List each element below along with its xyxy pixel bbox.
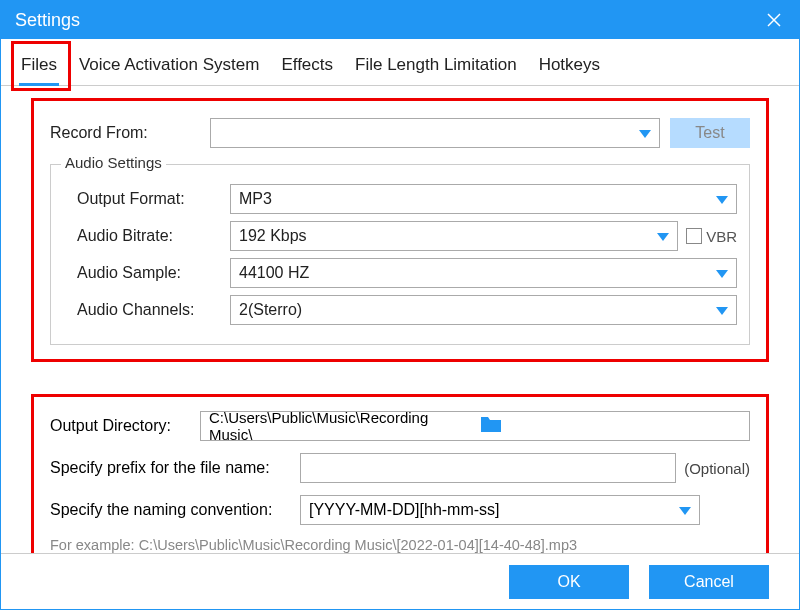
- chevron-down-icon: [716, 190, 728, 208]
- audio-channels-select[interactable]: 2(Sterro): [230, 295, 737, 325]
- browse-folder-button[interactable]: [479, 414, 745, 438]
- vbr-label: VBR: [706, 228, 737, 245]
- chevron-down-icon: [716, 264, 728, 282]
- naming-label: Specify the naming convention:: [50, 501, 300, 519]
- audio-settings-fieldset: Audio Settings Output Format: MP3 Audio …: [50, 164, 750, 345]
- output-directory-field[interactable]: C:\Users\Public\Music\Recording Music\: [200, 411, 750, 441]
- output-directory-label: Output Directory:: [50, 417, 200, 435]
- tab-voice-activation[interactable]: Voice Activation System: [77, 49, 261, 85]
- svg-marker-3: [716, 196, 728, 204]
- titlebar: Settings: [1, 1, 799, 39]
- ok-button[interactable]: OK: [509, 565, 629, 599]
- output-section-highlight: Output Directory: C:\Users\Public\Music\…: [31, 394, 769, 553]
- output-format-select[interactable]: MP3: [230, 184, 737, 214]
- prefix-optional-label: (Optional): [684, 460, 750, 477]
- audio-bitrate-select[interactable]: 192 Kbps: [230, 221, 678, 251]
- output-format-label: Output Format:: [65, 190, 230, 208]
- tab-files[interactable]: Files: [19, 49, 59, 85]
- tab-bar: Files Voice Activation System Effects Fi…: [1, 39, 799, 86]
- svg-marker-7: [679, 507, 691, 515]
- naming-convention-select[interactable]: [YYYY-MM-DD][hh-mm-ss]: [300, 495, 700, 525]
- svg-marker-2: [639, 130, 651, 138]
- output-directory-value: C:\Users\Public\Music\Recording Music\: [209, 409, 475, 443]
- close-icon: [766, 12, 782, 28]
- svg-marker-6: [716, 307, 728, 315]
- naming-convention-value: [YYYY-MM-DD][hh-mm-ss]: [309, 501, 500, 519]
- record-from-select[interactable]: [210, 118, 660, 148]
- svg-marker-5: [716, 270, 728, 278]
- audio-channels-value: 2(Sterro): [239, 301, 302, 319]
- naming-example-text: For example: C:\Users\Public\Music\Recor…: [50, 537, 750, 553]
- chevron-down-icon: [639, 124, 651, 142]
- audio-section-highlight: Record From: Test Audio Settings Output …: [31, 98, 769, 362]
- tab-effects[interactable]: Effects: [279, 49, 335, 85]
- prefix-label: Specify prefix for the file name:: [50, 459, 300, 477]
- prefix-input[interactable]: [300, 453, 676, 483]
- audio-sample-label: Audio Sample:: [65, 264, 230, 282]
- audio-bitrate-value: 192 Kbps: [239, 227, 307, 245]
- output-format-value: MP3: [239, 190, 272, 208]
- vbr-option: VBR: [686, 228, 737, 245]
- tab-hotkeys[interactable]: Hotkeys: [537, 49, 602, 85]
- dialog-footer: OK Cancel: [1, 553, 799, 609]
- svg-marker-4: [657, 233, 669, 241]
- cancel-button[interactable]: Cancel: [649, 565, 769, 599]
- test-button[interactable]: Test: [670, 118, 750, 148]
- record-from-label: Record From:: [50, 124, 210, 142]
- tab-file-length[interactable]: File Length Limitation: [353, 49, 519, 85]
- audio-channels-label: Audio Channels:: [65, 301, 230, 319]
- audio-sample-select[interactable]: 44100 HZ: [230, 258, 737, 288]
- audio-bitrate-label: Audio Bitrate:: [65, 227, 230, 245]
- settings-window: Settings Files Voice Activation System E…: [0, 0, 800, 610]
- folder-icon: [479, 414, 503, 434]
- window-title: Settings: [15, 10, 80, 31]
- audio-settings-legend: Audio Settings: [61, 154, 166, 171]
- close-button[interactable]: [749, 1, 799, 39]
- content-area: Record From: Test Audio Settings Output …: [1, 86, 799, 553]
- chevron-down-icon: [657, 227, 669, 245]
- chevron-down-icon: [716, 301, 728, 319]
- audio-sample-value: 44100 HZ: [239, 264, 309, 282]
- chevron-down-icon: [679, 501, 691, 519]
- vbr-checkbox[interactable]: [686, 228, 702, 244]
